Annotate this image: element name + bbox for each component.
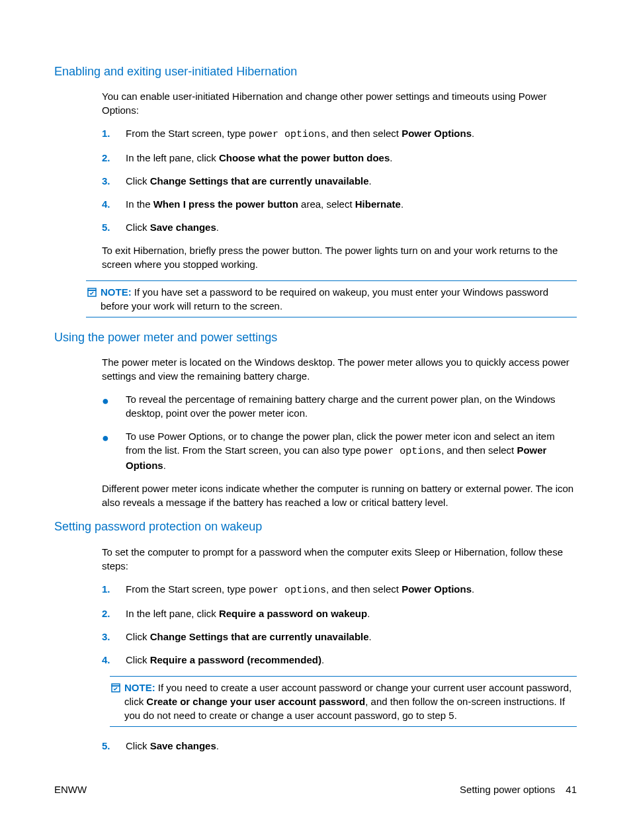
note-text: NOTE: If you have set a password to be r… xyxy=(101,285,577,313)
step-text: Click Save changes. xyxy=(126,220,577,234)
intro-paragraph: The power meter is located on the Window… xyxy=(102,355,577,383)
section-heading-power-meter: Using the power meter and power settings xyxy=(54,329,577,346)
list-item: 3.Click Change Settings that are current… xyxy=(102,174,577,188)
note-icon xyxy=(86,285,101,313)
step-number: 2. xyxy=(102,607,126,620)
bullet-text: To use Power Options, or to change the p… xyxy=(126,429,577,472)
footer-right: Setting power options 41 xyxy=(460,782,577,796)
step-text: In the left pane, click Choose what the … xyxy=(126,151,577,165)
step-number: 3. xyxy=(102,174,126,188)
bullet-icon: ● xyxy=(102,429,126,472)
step-number: 2. xyxy=(102,151,126,165)
step-number: 5. xyxy=(102,220,126,234)
steps-list: 5.Click Save changes. xyxy=(102,739,577,753)
list-item: 4.Click Require a password (recommended)… xyxy=(102,653,577,667)
step-text: In the When I press the power button are… xyxy=(126,197,577,211)
bullet-text: To reveal the percentage of remaining ba… xyxy=(126,392,577,420)
list-item: 2.In the left pane, click Require a pass… xyxy=(102,607,577,620)
intro-paragraph: To set the computer to prompt for a pass… xyxy=(102,545,577,573)
document-page: Enabling and exiting user-initiated Hibe… xyxy=(0,0,631,840)
step-text: Click Change Settings that are currently… xyxy=(126,630,577,644)
step-text: From the Start screen, type power option… xyxy=(126,126,577,142)
page-footer: ENWW Setting power options 41 xyxy=(54,782,577,796)
list-item: ●To use Power Options, or to change the … xyxy=(102,429,577,472)
section-body: The power meter is located on the Window… xyxy=(102,355,577,509)
step-text: Click Require a password (recommended). xyxy=(126,653,577,667)
note-block: NOTE: If you have set a password to be r… xyxy=(86,280,577,317)
steps-list: 1.From the Start screen, type power opti… xyxy=(102,126,577,234)
list-item: 1.From the Start screen, type power opti… xyxy=(102,126,577,142)
bullet-icon: ● xyxy=(102,392,126,420)
footer-left: ENWW xyxy=(54,782,87,796)
step-number: 3. xyxy=(102,630,126,644)
footer-page-number: 41 xyxy=(566,782,577,796)
step-text: Click Change Settings that are currently… xyxy=(126,174,577,188)
step-text: From the Start screen, type power option… xyxy=(126,582,577,597)
note-text: NOTE: If you need to create a user accou… xyxy=(124,681,577,722)
step-number: 1. xyxy=(102,582,126,597)
note-label: NOTE: xyxy=(101,286,132,298)
list-item: 1.From the Start screen, type power opti… xyxy=(102,582,577,597)
section-body: 5.Click Save changes. xyxy=(102,739,577,753)
step-number: 4. xyxy=(102,197,126,211)
step-number: 5. xyxy=(102,739,126,753)
section-body: You can enable user-initiated Hibernatio… xyxy=(102,89,577,271)
list-item: 5.Click Save changes. xyxy=(102,739,577,753)
section-body: To set the computer to prompt for a pass… xyxy=(102,545,577,667)
note-content: If you need to create a user account pas… xyxy=(124,682,571,721)
footer-section-title: Setting power options xyxy=(460,782,555,796)
list-item: 4.In the When I press the power button a… xyxy=(102,197,577,211)
list-item: 2.In the left pane, click Choose what th… xyxy=(102,151,577,165)
step-text: Click Save changes. xyxy=(126,739,577,753)
list-item: 5.Click Save changes. xyxy=(102,220,577,234)
section-heading-password-wakeup: Setting password protection on wakeup xyxy=(54,519,577,535)
outro-paragraph: Different power meter icons indicate whe… xyxy=(102,482,577,509)
section-heading-hibernation: Enabling and exiting user-initiated Hibe… xyxy=(54,63,577,80)
list-item: 3.Click Change Settings that are current… xyxy=(102,630,577,644)
note-label: NOTE: xyxy=(124,682,155,693)
note-content: If you have set a password to be require… xyxy=(101,286,548,312)
steps-list: 1.From the Start screen, type power opti… xyxy=(102,582,577,667)
intro-paragraph: You can enable user-initiated Hibernatio… xyxy=(102,89,577,117)
step-number: 4. xyxy=(102,653,126,667)
step-number: 1. xyxy=(102,126,126,142)
note-icon xyxy=(110,681,124,722)
bullet-list: ●To reveal the percentage of remaining b… xyxy=(102,392,577,472)
list-item: ●To reveal the percentage of remaining b… xyxy=(102,392,577,420)
outro-paragraph: To exit Hibernation, briefly press the p… xyxy=(102,243,577,271)
note-block: NOTE: If you need to create a user accou… xyxy=(110,676,577,727)
step-text: In the left pane, click Require a passwo… xyxy=(126,607,577,620)
